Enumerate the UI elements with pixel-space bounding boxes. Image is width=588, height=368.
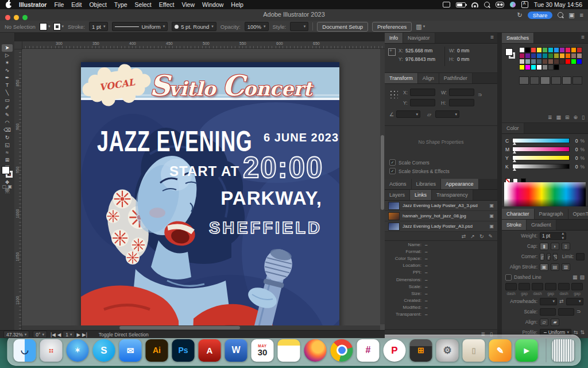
panel-tab[interactable]: Color xyxy=(502,123,524,133)
battery-icon[interactable] xyxy=(456,2,466,7)
dash-align-icon[interactable]: ▧ xyxy=(579,274,585,280)
fill-caret-icon[interactable]: ▾ xyxy=(48,24,51,29)
link-row[interactable]: Jazz Evening Lady Poster_A3_3.psd ▣ xyxy=(385,201,497,211)
panel-tab[interactable]: Layers xyxy=(385,190,410,200)
panel-tab[interactable]: Align xyxy=(418,73,439,83)
dashed-line-checkbox[interactable] xyxy=(505,274,512,281)
menu-item[interactable]: File xyxy=(54,1,64,8)
go-to-link-icon[interactable]: ↗ xyxy=(470,233,475,239)
color-swatch[interactable] xyxy=(531,59,536,64)
gap-field[interactable] xyxy=(571,283,583,290)
tool-icon[interactable]: ⌫ xyxy=(2,126,13,134)
color-group-swatch[interactable] xyxy=(530,76,540,85)
panel-menu-icon[interactable]: ≡ xyxy=(578,34,588,40)
panel-tab[interactable]: Swatches xyxy=(502,33,534,43)
arrowhead-start-dropdown[interactable]: ▾ xyxy=(540,298,557,305)
reference-point-widget[interactable] xyxy=(389,90,398,98)
join-bevel-button[interactable]: ◹ xyxy=(553,253,558,260)
style-dropdown[interactable]: ▾ xyxy=(290,22,308,31)
artboard-number-field[interactable]: 1▾ xyxy=(63,331,75,338)
fill-stroke-indicator[interactable] xyxy=(2,166,13,179)
color-swatch[interactable] xyxy=(559,47,565,53)
display-icon[interactable] xyxy=(443,2,450,7)
fill-proxy-swatch[interactable] xyxy=(505,48,513,56)
channel-value[interactable]: 0 xyxy=(572,147,578,152)
next-artboard-icon[interactable]: ▶ xyxy=(77,332,81,338)
tool-icon[interactable]: ✒ xyxy=(2,74,13,82)
color-group-swatch[interactable] xyxy=(572,76,582,85)
menu-item[interactable]: Select xyxy=(135,1,152,8)
color-swatch[interactable] xyxy=(577,53,582,59)
tool-icon[interactable]: ◱ xyxy=(2,141,13,149)
color-swatch[interactable] xyxy=(548,59,554,64)
stroke-weight-field[interactable]: 1 pt▾ xyxy=(89,22,108,31)
color-group-swatch[interactable] xyxy=(540,76,550,85)
arrow-align-end-button[interactable]: ▰ xyxy=(551,319,559,326)
menu-item[interactable]: View xyxy=(181,1,195,8)
tool-icon[interactable]: ∿ xyxy=(2,67,13,74)
color-swatch[interactable] xyxy=(554,59,559,64)
arrange-documents-icon[interactable]: ▣ xyxy=(568,12,574,19)
color-swatch[interactable] xyxy=(548,53,554,59)
tool-icon[interactable]: ◠ xyxy=(2,119,13,126)
wifi-icon[interactable] xyxy=(471,2,478,7)
swap-arrowheads-icon[interactable]: ⇄ xyxy=(559,298,564,304)
swatch-kinds-icon[interactable]: ▦ xyxy=(556,114,561,120)
tool-icon[interactable]: ≈ xyxy=(2,149,13,156)
panel-tab[interactable]: Info xyxy=(385,33,403,43)
search-icon[interactable] xyxy=(558,12,563,18)
workspace-menu-icon[interactable]: ≡ xyxy=(580,12,583,18)
rotate-angle-field[interactable]: ▾ xyxy=(396,110,420,118)
transform-h-field[interactable] xyxy=(449,99,474,106)
join-round-button[interactable]: ╭ xyxy=(547,253,551,260)
cap-round-button[interactable]: ◗ xyxy=(551,243,559,250)
link-row[interactable]: Jazz Evening Lady Poster_A3.psd ▣ xyxy=(385,221,497,232)
apple-menu-icon[interactable] xyxy=(6,2,11,8)
gap-field[interactable] xyxy=(545,283,556,290)
tool-icon[interactable]: ➤ xyxy=(2,44,13,52)
menu-item[interactable]: Edit xyxy=(71,1,82,8)
tool-icon[interactable]: ✶ xyxy=(2,59,13,67)
color-swatch[interactable] xyxy=(519,64,525,70)
cap-butt-button[interactable]: ▮ xyxy=(540,243,548,250)
vertical-scrollbar[interactable] xyxy=(380,49,385,324)
dock-safari[interactable]: ✶ xyxy=(66,339,90,362)
color-swatch[interactable] xyxy=(519,53,525,59)
shear-angle-field[interactable]: ▾ xyxy=(435,110,459,118)
control-center-icon[interactable] xyxy=(496,2,504,7)
checkbox[interactable]: ✓ xyxy=(389,168,396,174)
color-swatch[interactable] xyxy=(542,53,548,59)
dock-calculator[interactable]: ⊞ xyxy=(409,339,433,362)
panel-tab[interactable]: Transform xyxy=(385,73,418,83)
tool-icon[interactable]: ▷ xyxy=(2,52,13,59)
dock-pinterest[interactable]: P xyxy=(383,339,407,362)
channel-value[interactable]: 0 xyxy=(572,155,578,161)
flip-across-icon[interactable]: ⇅ xyxy=(580,329,585,335)
dock-finder[interactable]: ◡ xyxy=(13,339,37,362)
align-caret-icon[interactable]: ▾ xyxy=(423,24,425,29)
gap-field[interactable] xyxy=(519,283,530,290)
menu-item[interactable]: Effect xyxy=(159,1,175,8)
relink-icon[interactable]: ⇄ xyxy=(462,233,466,239)
menu-item[interactable]: Type xyxy=(114,1,127,8)
color-swatch[interactable] xyxy=(548,47,554,53)
color-swatch[interactable] xyxy=(571,59,577,64)
stroke-caret-icon[interactable]: ▾ xyxy=(61,24,64,29)
constrain-proportions-icon[interactable]: ⊃ xyxy=(478,92,482,98)
new-color-group-icon[interactable]: ⊞ xyxy=(565,114,570,120)
canvas[interactable]: 300350400450500550600650 850900950100010… xyxy=(14,41,385,330)
sync-icon[interactable]: ↻ xyxy=(517,12,523,19)
menu-item[interactable]: Object xyxy=(89,1,106,8)
draw-mode-buttons[interactable]: ▢ ▣⋯ xyxy=(0,183,14,196)
color-group-swatch[interactable] xyxy=(551,76,561,85)
horizontal-scrollbar[interactable] xyxy=(22,325,380,330)
color-swatch[interactable] xyxy=(542,64,548,70)
dock-calendar[interactable]: MAY 30 xyxy=(251,339,274,362)
channel-slider[interactable] xyxy=(512,138,570,143)
color-swatch[interactable] xyxy=(519,59,525,64)
arrowhead-end-dropdown[interactable]: ▾ xyxy=(566,298,583,305)
color-swatch[interactable] xyxy=(525,64,531,70)
color-spectrum[interactable] xyxy=(504,182,586,206)
panel-tab[interactable]: Pathfinder xyxy=(439,73,473,83)
transform-x-field[interactable] xyxy=(410,89,435,96)
